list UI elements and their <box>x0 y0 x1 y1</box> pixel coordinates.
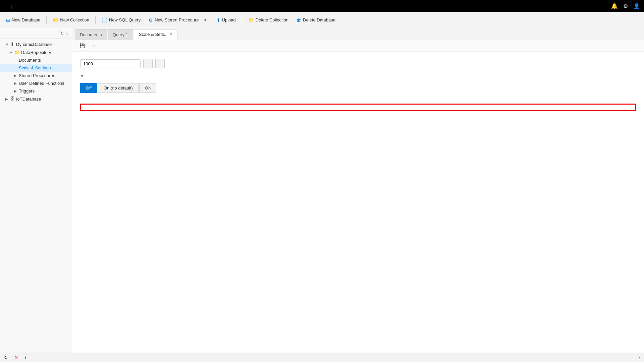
action-bar: 💾 ↩ <box>72 40 644 52</box>
new-sql-query-button[interactable]: 📄 New SQL Query <box>98 15 144 25</box>
save-icon: 💾 <box>79 43 85 48</box>
collapse-icon[interactable]: ‹ <box>66 31 68 36</box>
expand-arrow: ▶ <box>5 97 10 101</box>
sidebar-item-user-defined-functions[interactable]: ▶ User Defined Functions <box>0 79 72 87</box>
upload-icon: ⬆ <box>216 17 220 23</box>
toolbar-separator-3 <box>210 16 210 24</box>
expand-arrow: ▼ <box>9 51 14 54</box>
sidebar-item-stored-procedures[interactable]: ▶ Stored Procedures <box>0 72 72 79</box>
delete-database-icon: 🗑 <box>297 17 301 23</box>
expand-arrow: ▶ <box>14 89 19 93</box>
discard-icon: ↩ <box>93 43 97 48</box>
new-database-icon: ⊞ <box>6 17 10 23</box>
account-icon[interactable]: 👤 <box>633 3 640 9</box>
toolbar-separator-2 <box>95 16 96 24</box>
sidebar-item-iot-database[interactable]: ▶ 🗄 IoTDatabase <box>0 95 72 103</box>
status-error: ✕ <box>14 355 19 360</box>
tab-query1[interactable]: Query 1 <box>108 29 133 40</box>
status-refresh: ↻ <box>4 355 9 360</box>
status-bar: ↻ ✕ ℹ › <box>0 353 644 362</box>
ttl-on-button[interactable]: On <box>139 83 156 93</box>
new-sql-query-icon: 📄 <box>102 17 107 23</box>
throughput-input[interactable] <box>80 59 141 68</box>
collection-icon: 📁 <box>14 50 20 55</box>
dropdown-arrow[interactable]: ▼ <box>204 18 207 22</box>
notification-icon[interactable]: 🔔 <box>611 3 618 9</box>
ttl-off-button[interactable]: Off <box>80 83 97 93</box>
throughput-row: − + <box>80 59 636 68</box>
info-status-icon: ℹ <box>25 355 26 360</box>
new-collection-label: New Collection <box>60 17 89 22</box>
new-database-label: New Database <box>12 17 40 22</box>
content-area: Documents Query 1 Scale & Setti... ✕ 💾 ↩ <box>72 28 644 353</box>
new-sql-query-label: New SQL Query <box>109 17 141 22</box>
new-stored-procedure-button[interactable]: ⚙ New Stored Procedure <box>145 15 202 25</box>
ttl-on-no-default-button[interactable]: On (no default) <box>98 83 139 93</box>
delete-database-button[interactable]: 🗑 Delete Database <box>293 15 339 25</box>
indexing-policy-title <box>81 105 635 110</box>
upload-button[interactable]: ⬆ Upload <box>213 15 239 25</box>
main-layout: ↻ ‹ ▼ 🗄 DynamicDatabase ▼ 📁 DataReposito… <box>0 28 644 353</box>
refresh-icon[interactable]: ↻ <box>60 31 64 36</box>
refresh-status-icon: ↻ <box>4 355 8 360</box>
tabs-bar: Documents Query 1 Scale & Setti... ✕ <box>72 28 644 40</box>
save-button[interactable]: 💾 <box>77 42 88 49</box>
delete-collection-icon: 📁 <box>248 17 254 23</box>
settings-icon[interactable]: ⚙ <box>623 3 628 9</box>
sidebar-item-label: DataRepository <box>21 50 51 55</box>
delete-collection-button[interactable]: 📁 Delete Collection <box>245 15 292 25</box>
sidebar-tree: ▼ 🗄 DynamicDatabase ▼ 📁 DataRepository D… <box>0 39 72 104</box>
sidebar-item-label: Stored Procedures <box>19 73 55 78</box>
breadcrumb-sep1: | <box>11 4 12 9</box>
settings-section: ▼ Off On (no default) On <box>80 74 636 93</box>
delete-collection-label: Delete Collection <box>256 17 288 22</box>
new-database-button[interactable]: ⊞ New Database <box>3 15 44 25</box>
toolbar-separator-4 <box>242 16 242 24</box>
tab-close-icon[interactable]: ✕ <box>169 32 172 37</box>
expand-arrow: ▶ <box>14 74 19 77</box>
sidebar: ↻ ‹ ▼ 🗄 DynamicDatabase ▼ 📁 DataReposito… <box>0 28 72 353</box>
tab-scale-settings-label: Scale & Setti... <box>139 32 167 37</box>
sidebar-item-data-repository[interactable]: ▼ 📁 DataRepository <box>0 48 72 56</box>
tab-documents[interactable]: Documents <box>75 29 107 40</box>
tab-documents-label: Documents <box>80 32 102 37</box>
tab-content: 💾 ↩ − + <box>72 40 644 353</box>
titlebar-icons: 🔔 ⚙ 👤 <box>611 3 640 9</box>
discard-button[interactable]: ↩ <box>91 42 100 49</box>
increment-button[interactable]: + <box>155 59 165 68</box>
sidebar-item-label: Documents <box>19 58 41 63</box>
settings-header[interactable]: ▼ <box>80 74 636 78</box>
tab-query1-label: Query 1 <box>113 32 128 37</box>
expand-arrow: ▶ <box>14 81 19 85</box>
upload-label: Upload <box>222 17 236 22</box>
toolbar-separator-1 <box>46 16 47 24</box>
new-collection-icon: 📁 <box>53 17 58 23</box>
new-collection-button[interactable]: 📁 New Collection <box>49 15 93 25</box>
error-status-icon: ✕ <box>14 355 18 360</box>
database-icon: 🗄 <box>10 96 15 102</box>
delete-database-label: Delete Database <box>303 17 335 22</box>
sidebar-item-scale-settings[interactable]: Scale & Settings <box>0 64 72 72</box>
sidebar-item-label: User Defined Functions <box>19 81 64 86</box>
sidebar-item-documents[interactable]: Documents <box>0 56 72 64</box>
sidebar-item-label: DynamicDatabase <box>16 42 52 47</box>
scale-settings-content: − + ▼ Off <box>72 52 644 98</box>
sidebar-header: ↻ ‹ <box>0 28 72 39</box>
sidebar-item-label: Triggers <box>19 88 35 94</box>
toolbar: ⊞ New Database 📁 New Collection 📄 New SQ… <box>0 12 644 28</box>
status-info: ℹ <box>25 355 28 360</box>
sidebar-item-label: IoTDatabase <box>16 97 41 102</box>
sidebar-item-label: Scale & Settings <box>19 65 51 70</box>
sidebar-item-dynamic-database[interactable]: ▼ 🗄 DynamicDatabase <box>0 40 72 48</box>
titlebar: | 🔔 ⚙ 👤 <box>0 0 644 12</box>
sidebar-header-icons: ↻ ‹ <box>60 31 68 36</box>
ttl-buttons: Off On (no default) On <box>80 83 636 93</box>
tab-scale-settings[interactable]: Scale & Setti... ✕ <box>134 29 177 40</box>
new-stored-procedure-label: New Stored Procedure <box>155 17 199 22</box>
sidebar-item-triggers[interactable]: ▶ Triggers <box>0 87 72 95</box>
expand-arrow: ▼ <box>5 43 10 46</box>
throughput-group: − + <box>80 59 636 68</box>
decrement-button[interactable]: − <box>143 59 153 68</box>
database-icon: 🗄 <box>10 42 15 47</box>
indexing-policy-container <box>80 104 636 111</box>
